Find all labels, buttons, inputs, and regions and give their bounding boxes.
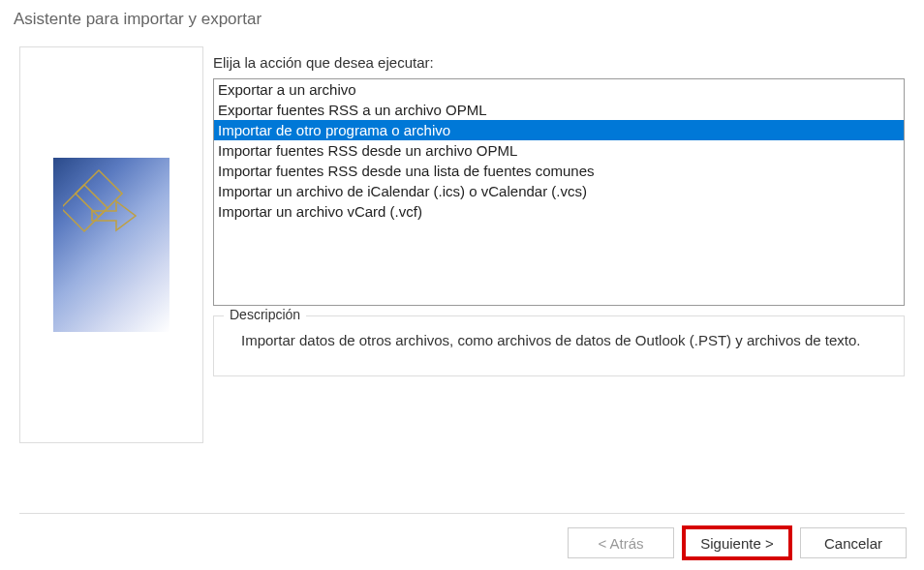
wizard-main-panel: Elija la acción que desea ejecutar: Expo… [213, 46, 905, 443]
wizard-footer: < Atrás Siguiente > Cancelar [568, 527, 907, 558]
list-item[interactable]: Exportar fuentes RSS a un archivo OPML [214, 100, 904, 120]
list-item[interactable]: Importar de otro programa o archivo [214, 120, 904, 140]
back-button[interactable]: < Atrás [568, 527, 674, 558]
description-group: Descripción Importar datos de otros arch… [213, 315, 905, 376]
description-text: Importar datos de otros archivos, como a… [231, 330, 886, 352]
svg-rect-1 [63, 185, 108, 231]
wizard-image-panel [19, 46, 203, 443]
wizard-content: Elija la acción que desea ejecutar: Expo… [0, 37, 924, 443]
action-listbox[interactable]: Exportar a un archivoExportar fuentes RS… [213, 78, 905, 306]
cancel-button[interactable]: Cancelar [800, 527, 907, 558]
arrow-diamond-icon [63, 167, 160, 264]
footer-separator [19, 513, 905, 514]
action-prompt-label: Elija la acción que desea ejecutar: [213, 54, 905, 71]
wizard-graphic [53, 158, 169, 332]
list-item[interactable]: Importar fuentes RSS desde una lista de … [214, 161, 904, 181]
next-button[interactable]: Siguiente > [684, 527, 790, 558]
list-item[interactable]: Importar un archivo vCard (.vcf) [214, 201, 904, 222]
list-item[interactable]: Importar fuentes RSS desde un archivo OP… [214, 140, 904, 161]
description-legend: Descripción [224, 307, 306, 322]
list-item[interactable]: Importar un archivo de iCalendar (.ics) … [214, 181, 904, 201]
list-item[interactable]: Exportar a un archivo [214, 79, 904, 100]
window-title: Asistente para importar y exportar [0, 0, 924, 37]
svg-rect-0 [76, 170, 122, 217]
